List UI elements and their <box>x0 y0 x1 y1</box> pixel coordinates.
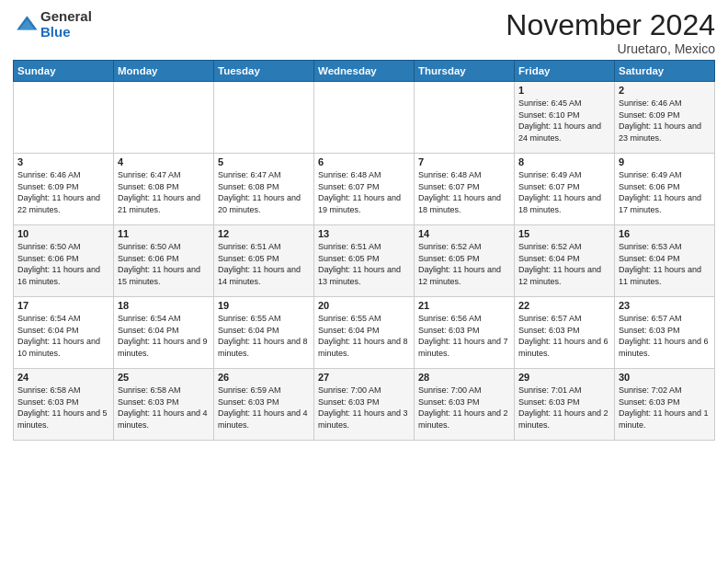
day-info: Sunrise: 6:57 AMSunset: 6:03 PMDaylight:… <box>518 313 610 359</box>
day-info: Sunrise: 6:51 AMSunset: 6:05 PMDaylight:… <box>318 241 410 287</box>
location: Uruetaro, Mexico <box>506 41 715 56</box>
day-cell: 28Sunrise: 7:00 AMSunset: 6:03 PMDayligh… <box>415 369 515 441</box>
day-cell: 12Sunrise: 6:51 AMSunset: 6:05 PMDayligh… <box>214 225 314 297</box>
day-header-tuesday: Tuesday <box>214 61 314 82</box>
day-info: Sunrise: 6:54 AMSunset: 6:04 PMDaylight:… <box>17 313 109 359</box>
day-number: 26 <box>218 372 310 383</box>
day-cell: 17Sunrise: 6:54 AMSunset: 6:04 PMDayligh… <box>14 297 114 369</box>
day-cell <box>415 82 515 154</box>
day-number: 20 <box>318 300 410 311</box>
day-number: 29 <box>518 372 610 383</box>
day-cell: 27Sunrise: 7:00 AMSunset: 6:03 PMDayligh… <box>314 369 415 441</box>
day-cell: 7Sunrise: 6:48 AMSunset: 6:07 PMDaylight… <box>415 154 515 225</box>
day-cell: 26Sunrise: 6:59 AMSunset: 6:03 PMDayligh… <box>214 369 314 441</box>
day-number: 6 <box>318 156 410 167</box>
day-cell: 24Sunrise: 6:58 AMSunset: 6:03 PMDayligh… <box>14 369 114 441</box>
day-cell: 1Sunrise: 6:45 AMSunset: 6:10 PMDaylight… <box>515 82 615 154</box>
day-info: Sunrise: 6:54 AMSunset: 6:04 PMDaylight:… <box>118 313 210 359</box>
day-cell: 5Sunrise: 6:47 AMSunset: 6:08 PMDaylight… <box>214 154 314 225</box>
day-info: Sunrise: 6:55 AMSunset: 6:04 PMDaylight:… <box>318 313 410 359</box>
day-number: 10 <box>17 228 109 239</box>
day-info: Sunrise: 6:51 AMSunset: 6:05 PMDaylight:… <box>218 241 310 287</box>
day-cell: 18Sunrise: 6:54 AMSunset: 6:04 PMDayligh… <box>114 297 214 369</box>
day-info: Sunrise: 6:56 AMSunset: 6:03 PMDaylight:… <box>418 313 510 359</box>
day-number: 13 <box>318 228 410 239</box>
day-cell: 22Sunrise: 6:57 AMSunset: 6:03 PMDayligh… <box>515 297 615 369</box>
day-info: Sunrise: 6:52 AMSunset: 6:04 PMDaylight:… <box>518 241 610 287</box>
day-cell: 25Sunrise: 6:58 AMSunset: 6:03 PMDayligh… <box>114 369 214 441</box>
month-title: November 2024 <box>506 9 715 41</box>
day-cell: 6Sunrise: 6:48 AMSunset: 6:07 PMDaylight… <box>314 154 415 225</box>
day-info: Sunrise: 6:46 AMSunset: 6:09 PMDaylight:… <box>619 98 711 144</box>
logo-text: General Blue <box>40 9 92 40</box>
day-info: Sunrise: 6:48 AMSunset: 6:07 PMDaylight:… <box>318 169 410 215</box>
day-info: Sunrise: 6:58 AMSunset: 6:03 PMDaylight:… <box>17 385 109 431</box>
day-number: 9 <box>619 156 711 167</box>
day-cell: 10Sunrise: 6:50 AMSunset: 6:06 PMDayligh… <box>14 225 114 297</box>
day-info: Sunrise: 6:49 AMSunset: 6:06 PMDaylight:… <box>619 169 711 215</box>
day-number: 5 <box>218 156 310 167</box>
day-cell <box>314 82 415 154</box>
day-header-saturday: Saturday <box>615 61 715 82</box>
day-number: 12 <box>218 228 310 239</box>
day-number: 30 <box>619 372 711 383</box>
day-info: Sunrise: 7:00 AMSunset: 6:03 PMDaylight:… <box>418 385 510 431</box>
day-header-sunday: Sunday <box>14 61 114 82</box>
day-cell: 9Sunrise: 6:49 AMSunset: 6:06 PMDaylight… <box>615 154 715 225</box>
day-cell: 30Sunrise: 7:02 AMSunset: 6:03 PMDayligh… <box>615 369 715 441</box>
day-cell <box>14 82 114 154</box>
day-cell: 20Sunrise: 6:55 AMSunset: 6:04 PMDayligh… <box>314 297 415 369</box>
day-number: 27 <box>318 372 410 383</box>
day-number: 1 <box>518 85 610 96</box>
week-row-3: 10Sunrise: 6:50 AMSunset: 6:06 PMDayligh… <box>14 225 715 297</box>
week-row-4: 17Sunrise: 6:54 AMSunset: 6:04 PMDayligh… <box>14 297 715 369</box>
day-info: Sunrise: 6:47 AMSunset: 6:08 PMDaylight:… <box>218 169 310 215</box>
day-number: 22 <box>518 300 610 311</box>
day-info: Sunrise: 7:00 AMSunset: 6:03 PMDaylight:… <box>318 385 410 431</box>
calendar-table: SundayMondayTuesdayWednesdayThursdayFrid… <box>13 60 715 441</box>
day-number: 25 <box>118 372 210 383</box>
logo: General Blue <box>13 9 92 40</box>
header: General Blue November 2024 Uruetaro, Mex… <box>13 9 715 56</box>
day-info: Sunrise: 6:55 AMSunset: 6:04 PMDaylight:… <box>218 313 310 359</box>
day-number: 7 <box>418 156 510 167</box>
day-cell <box>214 82 314 154</box>
day-cell: 8Sunrise: 6:49 AMSunset: 6:07 PMDaylight… <box>515 154 615 225</box>
day-info: Sunrise: 6:59 AMSunset: 6:03 PMDaylight:… <box>218 385 310 431</box>
logo-icon <box>13 12 39 38</box>
day-number: 4 <box>118 156 210 167</box>
day-number: 21 <box>418 300 510 311</box>
day-cell: 16Sunrise: 6:53 AMSunset: 6:04 PMDayligh… <box>615 225 715 297</box>
day-info: Sunrise: 6:50 AMSunset: 6:06 PMDaylight:… <box>17 241 109 287</box>
day-header-wednesday: Wednesday <box>314 61 415 82</box>
day-header-friday: Friday <box>515 61 615 82</box>
day-info: Sunrise: 6:46 AMSunset: 6:09 PMDaylight:… <box>17 169 109 215</box>
page-container: General Blue November 2024 Uruetaro, Mex… <box>0 0 728 448</box>
day-cell <box>114 82 214 154</box>
header-row: SundayMondayTuesdayWednesdayThursdayFrid… <box>14 61 715 82</box>
day-cell: 21Sunrise: 6:56 AMSunset: 6:03 PMDayligh… <box>415 297 515 369</box>
day-header-monday: Monday <box>114 61 214 82</box>
day-info: Sunrise: 7:02 AMSunset: 6:03 PMDaylight:… <box>619 385 711 431</box>
week-row-2: 3Sunrise: 6:46 AMSunset: 6:09 PMDaylight… <box>14 154 715 225</box>
day-info: Sunrise: 6:57 AMSunset: 6:03 PMDaylight:… <box>619 313 711 359</box>
logo-blue: Blue <box>40 25 92 40</box>
day-cell: 2Sunrise: 6:46 AMSunset: 6:09 PMDaylight… <box>615 82 715 154</box>
title-block: November 2024 Uruetaro, Mexico <box>506 9 715 56</box>
day-info: Sunrise: 6:52 AMSunset: 6:05 PMDaylight:… <box>418 241 510 287</box>
day-cell: 11Sunrise: 6:50 AMSunset: 6:06 PMDayligh… <box>114 225 214 297</box>
day-cell: 23Sunrise: 6:57 AMSunset: 6:03 PMDayligh… <box>615 297 715 369</box>
day-info: Sunrise: 6:53 AMSunset: 6:04 PMDaylight:… <box>619 241 711 287</box>
day-number: 16 <box>619 228 711 239</box>
day-cell: 4Sunrise: 6:47 AMSunset: 6:08 PMDaylight… <box>114 154 214 225</box>
day-header-thursday: Thursday <box>415 61 515 82</box>
day-info: Sunrise: 7:01 AMSunset: 6:03 PMDaylight:… <box>518 385 610 431</box>
logo-general: General <box>40 9 92 25</box>
day-info: Sunrise: 6:47 AMSunset: 6:08 PMDaylight:… <box>118 169 210 215</box>
day-number: 28 <box>418 372 510 383</box>
day-cell: 15Sunrise: 6:52 AMSunset: 6:04 PMDayligh… <box>515 225 615 297</box>
day-number: 14 <box>418 228 510 239</box>
day-number: 19 <box>218 300 310 311</box>
week-row-5: 24Sunrise: 6:58 AMSunset: 6:03 PMDayligh… <box>14 369 715 441</box>
day-number: 24 <box>17 372 109 383</box>
